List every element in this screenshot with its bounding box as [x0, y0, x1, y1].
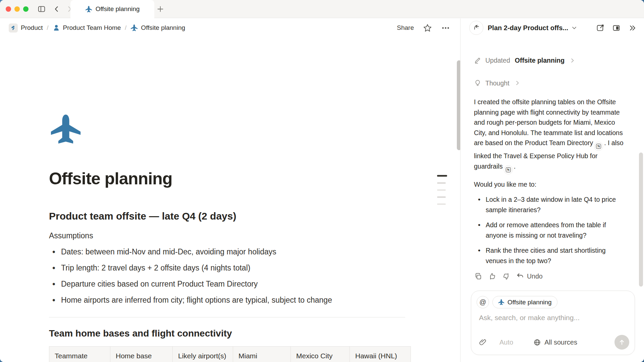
tab-offsite-planning[interactable]: Offsite planning [70, 0, 154, 18]
copy-icon[interactable] [474, 272, 482, 281]
undo-icon [516, 272, 524, 280]
favorite-star-icon[interactable] [423, 23, 432, 33]
collapse-panel-icon[interactable] [628, 24, 637, 32]
updated-event-row[interactable]: Updated Offsite planning [474, 55, 627, 66]
ai-thread-title[interactable]: Plan 2-day Product offs... [488, 24, 568, 32]
all-sources-label: All sources [544, 339, 577, 346]
breadcrumb-item-product-team-home[interactable]: Product Team Home [53, 24, 121, 32]
document-body: Offsite planning Product team offsite — … [0, 56, 460, 362]
document-actions: Share [397, 23, 453, 33]
chevron-down-icon[interactable] [571, 24, 578, 31]
column-header: Mexico City (MEX) [291, 347, 350, 362]
context-chip-label: Offsite planning [507, 299, 552, 306]
breadcrumb-item-offsite-planning[interactable]: Offsite planning [130, 24, 185, 32]
section-heading: Product team offsite — late Q4 (2 days) [49, 210, 416, 223]
hammer-icon [9, 23, 18, 33]
send-button[interactable] [614, 335, 629, 350]
connectivity-table: Teammate Home base Likely airport(s) Mia… [49, 346, 411, 362]
breadcrumb-separator: / [125, 24, 126, 32]
ai-message: I created the offsite planning tables on… [474, 97, 627, 174]
close-window-button[interactable] [6, 6, 11, 12]
list-item: Departure cities based on current Produc… [49, 279, 416, 289]
airplane-icon [85, 6, 92, 13]
minimize-window-button[interactable] [14, 6, 20, 12]
thought-label: Thought [485, 78, 509, 88]
thumbs-up-icon[interactable] [488, 272, 496, 281]
column-header: Likely airport(s) [173, 347, 233, 362]
updated-page-link[interactable]: Offsite planning [515, 55, 565, 66]
table-header-row: Teammate Home base Likely airport(s) Mia… [49, 347, 411, 362]
ai-suggestions-list: Lock in a 2–3 date window in late Q4 to … [474, 194, 627, 266]
chevron-right-icon [569, 57, 576, 64]
notion-page-badge-icon[interactable]: N [594, 142, 603, 151]
attachment-icon[interactable] [479, 339, 487, 346]
list-item: Trip length: 2 travel days + 2 offsite d… [49, 263, 416, 273]
divider [49, 317, 405, 317]
column-header: Home base [110, 347, 173, 362]
suggestion-item: Add or remove attendees from the table i… [474, 220, 627, 240]
breadcrumb-label: Product [21, 24, 43, 32]
arrow-up-icon [618, 339, 626, 346]
tab-title: Offsite planning [96, 5, 140, 13]
more-options-icon[interactable] [441, 23, 450, 33]
globe-icon [533, 339, 541, 346]
new-chat-icon[interactable] [596, 24, 604, 32]
column-header: Teammate [49, 347, 110, 362]
toc-bar[interactable] [437, 196, 446, 198]
table-of-contents-indicator[interactable] [437, 175, 447, 210]
assumptions-list: Dates: between mid-Nov and mid-Dec, avoi… [49, 247, 416, 305]
ai-header-actions [596, 24, 637, 32]
suggestion-item: Rank the three cities and start shortlis… [474, 245, 627, 266]
toc-bar[interactable] [437, 203, 446, 205]
document-header: Product / Product Team Home / [0, 18, 460, 37]
breadcrumb-label: Offsite planning [141, 24, 185, 32]
airplane-icon [130, 24, 138, 32]
notion-page-badge-icon[interactable]: N [504, 165, 513, 174]
ai-question: Would you like me to: [474, 179, 627, 190]
member-icon [53, 24, 60, 32]
undo-button[interactable]: Undo [516, 271, 543, 282]
list-item: Home airports are inferred from city; fl… [49, 295, 416, 305]
column-header: Miami (MIA/FLL) [233, 347, 291, 362]
share-button[interactable]: Share [397, 24, 414, 32]
document-column: Product / Product Team Home / [0, 18, 460, 362]
column-header: Hawaii (HNL) [350, 347, 411, 362]
ai-panel: Plan 2-day Product offs... [460, 18, 644, 362]
toc-bar[interactable] [437, 189, 446, 191]
breadcrumb-separator: / [47, 24, 48, 32]
list-item: Dates: between mid-Nov and mid-Dec, avoi… [49, 247, 416, 257]
breadcrumb: Product / Product Team Home / [9, 23, 185, 33]
undo-label: Undo [527, 271, 543, 282]
panel-layout-icon[interactable] [612, 24, 621, 32]
assumptions-label: Assumptions [49, 231, 416, 241]
tab-bar: Offsite planning [0, 0, 644, 18]
ai-composer[interactable]: @ Offsite planning Ask, search, or make … [471, 291, 635, 355]
sidebar-toggle-icon[interactable] [37, 5, 46, 13]
updated-label: Updated [485, 55, 510, 66]
suggestion-item: Lock in a 2–3 date window in late Q4 to … [474, 194, 627, 215]
composer-context-row: @ Offsite planning [477, 296, 635, 308]
zoom-window-button[interactable] [23, 6, 29, 12]
breadcrumb-label: Product Team Home [63, 24, 121, 32]
thumbs-down-icon[interactable] [502, 272, 511, 281]
ai-panel-header: Plan 2-day Product offs... [461, 18, 644, 37]
pencil-icon [474, 57, 481, 64]
airplane-icon [498, 299, 504, 305]
mention-button[interactable]: @ [477, 296, 489, 308]
all-sources-button[interactable]: All sources [533, 339, 577, 346]
auto-mode-button[interactable]: Auto [499, 339, 513, 346]
message-text: . [514, 163, 516, 170]
context-chip-offsite-planning[interactable]: Offsite planning [492, 296, 557, 308]
ai-panel-scrollbar[interactable] [639, 153, 643, 287]
page-airplane-icon[interactable] [49, 113, 83, 145]
thought-event-row[interactable]: Thought [474, 78, 627, 88]
lightbulb-icon [474, 79, 481, 87]
composer-input[interactable]: Ask, search, or make anything... [479, 314, 635, 322]
chevron-right-icon [514, 80, 521, 86]
toc-bar[interactable] [437, 182, 446, 184]
toc-bar-active[interactable] [437, 175, 447, 177]
breadcrumb-item-product[interactable]: Product [9, 23, 43, 33]
section-heading-connectivity: Team home bases and flight connectivity [49, 327, 416, 340]
back-icon[interactable] [53, 5, 61, 13]
new-tab-button[interactable] [155, 0, 166, 18]
